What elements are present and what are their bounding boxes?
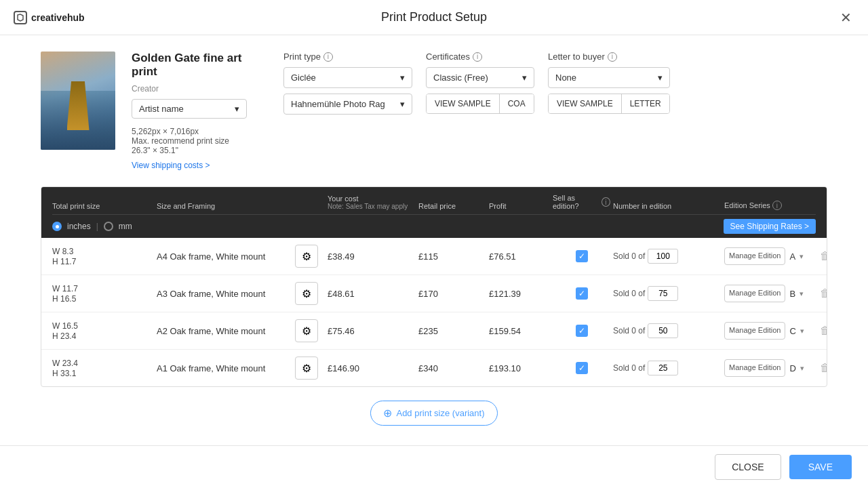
manage-edition-button[interactable]: Manage Edition xyxy=(724,285,785,302)
col-total-print-size: Total print size xyxy=(52,202,154,210)
save-button[interactable]: SAVE xyxy=(789,455,852,479)
letter-view-sample-button[interactable]: VIEW SAMPLE xyxy=(549,94,622,113)
sold-cell: Sold 0 of xyxy=(613,286,722,301)
table-row: W 16.5 H 23.4 A2 Oak frame, White mount … xyxy=(41,312,827,350)
paper-type-select[interactable]: Hahnemühle Photo Rag ▾ xyxy=(283,94,412,115)
shipping-link[interactable]: View shipping costs > xyxy=(132,161,267,170)
dim-cell: W 23.4 H 33.1 xyxy=(52,359,154,378)
series-dropdown[interactable]: ▾ xyxy=(800,252,804,261)
inches-radio[interactable] xyxy=(52,222,62,231)
inches-label[interactable]: inches xyxy=(67,222,91,231)
col-your-cost: Your cost Note: Sales Tax may apply xyxy=(328,195,416,210)
manage-edition-cell: Manage Edition A ▾ xyxy=(724,247,806,264)
gear-button[interactable]: ⚙ xyxy=(295,245,318,268)
sell-as-edition-checkbox[interactable]: ✓ xyxy=(576,325,588,337)
profit-cell: £159.54 xyxy=(489,326,550,336)
add-variant-button[interactable]: ⊕ Add print size (variant) xyxy=(370,401,497,426)
profit-cell: £121.39 xyxy=(489,289,550,299)
col-retail-price: Retail price xyxy=(418,202,486,210)
certificates-sample-group: VIEW SAMPLE COA xyxy=(426,94,534,114)
mm-radio[interactable] xyxy=(104,222,113,231)
footer-bar: CLOSE SAVE xyxy=(0,445,868,488)
series-dropdown[interactable]: ▾ xyxy=(800,289,804,298)
certificates-label: Certificates i xyxy=(426,52,534,62)
cost-cell: £146.90 xyxy=(328,363,416,373)
size-framing-cell: A2 Oak frame, White mount xyxy=(157,326,292,336)
dim-cell: W 11.7 H 16.5 xyxy=(52,284,154,304)
mm-label[interactable]: mm xyxy=(119,222,132,231)
series-info-icon[interactable]: i xyxy=(772,201,782,210)
col-edition-series: Edition Series i xyxy=(724,201,806,210)
coa-button[interactable]: COA xyxy=(500,94,534,113)
sell-as-edition-checkbox[interactable]: ✓ xyxy=(576,362,588,374)
col-number-in-edition: Number in edition xyxy=(613,202,722,210)
table-row: W 23.4 H 33.1 A1 Oak frame, White mount … xyxy=(41,350,827,386)
product-image xyxy=(41,52,115,150)
gear-button[interactable]: ⚙ xyxy=(295,282,318,305)
retail-cell: £115 xyxy=(418,251,486,262)
retail-cell: £235 xyxy=(418,326,486,336)
product-dimensions: 5,262px × 7,016px Max. recommend print s… xyxy=(132,127,267,155)
gear-button[interactable]: ⚙ xyxy=(295,357,318,380)
certificates-info-icon[interactable]: i xyxy=(473,52,482,62)
letter-to-buyer-group: Letter to buyer i None ▾ VIEW SAMPLE LET… xyxy=(548,52,670,114)
edition-info-icon[interactable]: i xyxy=(601,197,610,207)
letter-to-buyer-info-icon[interactable]: i xyxy=(608,52,617,62)
manage-edition-cell: Manage Edition D ▾ xyxy=(724,359,806,376)
edition-number-input[interactable] xyxy=(648,249,678,264)
retail-cell: £170 xyxy=(418,289,486,299)
letter-chevron-icon: ▾ xyxy=(658,73,663,83)
letter-to-buyer-select[interactable]: None ▾ xyxy=(548,67,670,88)
manage-edition-cell: Manage Edition C ▾ xyxy=(724,322,806,339)
checkbox-cell: ✓ xyxy=(553,287,610,300)
paper-type-chevron-icon: ▾ xyxy=(400,99,405,109)
size-framing-cell: A4 Oak frame, White mount xyxy=(157,251,292,262)
sell-as-edition-checkbox[interactable]: ✓ xyxy=(576,287,588,300)
delete-row-button[interactable]: 🗑 xyxy=(817,359,827,377)
table-header-area: Total print size Size and Framing Your c… xyxy=(41,187,827,238)
edition-number-input[interactable] xyxy=(648,323,678,338)
shipping-rates-button[interactable]: See Shipping Rates > xyxy=(724,219,816,234)
manage-edition-button[interactable]: Manage Edition xyxy=(724,322,785,339)
delete-row-button[interactable]: 🗑 xyxy=(817,322,827,340)
gear-button[interactable]: ⚙ xyxy=(295,319,318,342)
print-type-info-icon[interactable]: i xyxy=(323,52,333,62)
logo-text: creativehub xyxy=(31,12,85,23)
letter-button[interactable]: LETTER xyxy=(622,94,669,113)
series-letter: D xyxy=(789,363,795,373)
page-title: Print Product Setup xyxy=(381,10,487,24)
size-framing-cell: A3 Oak frame, White mount xyxy=(157,289,292,299)
creator-select[interactable]: Artist name ▾ xyxy=(132,99,247,119)
content-area: Golden Gate fine art print Creator Artis… xyxy=(0,35,868,445)
col-profit: Profit xyxy=(489,202,550,210)
manage-edition-cell: Manage Edition B ▾ xyxy=(724,285,806,302)
creator-chevron-icon: ▾ xyxy=(235,104,239,114)
sold-cell: Sold 0 of xyxy=(613,361,722,375)
dim-cell: W 8.3 H 11.7 xyxy=(52,247,154,266)
close-button[interactable]: CLOSE xyxy=(715,454,781,480)
edition-number-input[interactable] xyxy=(648,361,678,375)
product-name: Golden Gate fine art print xyxy=(132,52,267,79)
print-type-select[interactable]: Giclée ▾ xyxy=(283,67,412,88)
logo-icon xyxy=(14,11,27,24)
certificates-select[interactable]: Classic (Free) ▾ xyxy=(426,67,534,88)
manage-edition-button[interactable]: Manage Edition xyxy=(724,247,785,264)
logo-area: creativehub xyxy=(14,11,85,24)
edition-number-input[interactable] xyxy=(648,286,678,301)
view-sample-button[interactable]: VIEW SAMPLE xyxy=(427,94,500,113)
manage-edition-button[interactable]: Manage Edition xyxy=(724,359,785,376)
series-dropdown[interactable]: ▾ xyxy=(800,327,804,336)
col-size-framing: Size and Framing xyxy=(157,202,292,210)
top-bar: creativehub Print Product Setup ✕ xyxy=(0,0,868,35)
close-x-button[interactable]: ✕ xyxy=(837,7,854,28)
retail-cell: £340 xyxy=(418,363,486,373)
delete-row-button[interactable]: 🗑 xyxy=(817,285,827,302)
series-dropdown[interactable]: ▾ xyxy=(800,364,804,373)
checkbox-cell: ✓ xyxy=(553,250,610,262)
delete-row-button[interactable]: 🗑 xyxy=(817,247,827,265)
sell-as-edition-checkbox[interactable]: ✓ xyxy=(576,250,588,262)
unit-selector-row: inches | mm See Shipping Rates > xyxy=(52,214,816,238)
variants-table: Total print size Size and Framing Your c… xyxy=(41,186,827,387)
print-type-chevron-icon: ▾ xyxy=(400,73,405,83)
table-row: W 11.7 H 16.5 A3 Oak frame, White mount … xyxy=(41,275,827,312)
